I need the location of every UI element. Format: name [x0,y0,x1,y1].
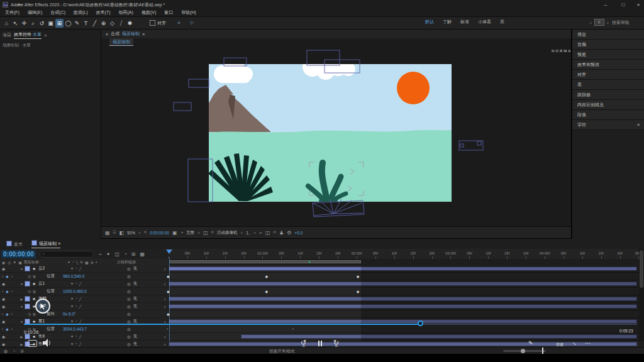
graph-editor-icon[interactable]: ▦ [140,251,145,257]
pickwhip-icon[interactable]: ◎ [127,289,131,294]
current-time-display[interactable]: 0:00:00:00 [1,250,36,258]
property-row-旋转[interactable]: ‹◆›◷⊵旋转0x-5.0°◎ [0,310,169,318]
menu-item-4[interactable]: 效果(T) [96,9,111,16]
parent-value[interactable]: 无 [133,341,138,347]
parent-link-dropdown[interactable]: ◎无∨ [127,341,166,347]
switch-icon-0[interactable]: ♦ [71,334,73,339]
stopwatch-icon[interactable]: ◷ [28,274,31,278]
timeline-scrollbar[interactable] [639,249,644,341]
graph-icon[interactable]: ⊵ [33,312,36,316]
pen-tool-icon[interactable]: ✎ [73,19,81,28]
grid-options-icon[interactable]: ⊹ [189,19,194,26]
switch-icon-0[interactable]: ♦ [71,304,73,309]
track-row-5[interactable] [169,303,639,310]
keyframe-icon[interactable]: ◆ [265,274,268,278]
expand-caret-icon[interactable]: ▶ [19,297,25,301]
property-value[interactable]: 960.0,540.0 [63,274,84,278]
av-switches[interactable]: ◉ [0,266,19,271]
close-button[interactable]: × [631,1,644,8]
pixel-aspect-icon[interactable]: ⌁ [259,230,262,236]
type-tool-icon[interactable]: T [82,19,90,28]
pickwhip-icon[interactable]: ◎ [127,266,131,272]
property-row-位置[interactable]: ‹◆›◷⊵位置960.0,540.0◎ [0,273,169,280]
stopwatch-icon[interactable]: ◷ [28,289,31,293]
panel-header-内容识别填充[interactable]: 内容识别填充 [572,100,644,110]
player-pause-button[interactable] [318,341,322,346]
show-snapshot-icon[interactable]: ◔ [180,230,183,236]
menu-item-7[interactable]: 窗口 [164,9,173,16]
tab-effect-controls[interactable]: 效果控件 水草 [14,31,42,39]
prev-keyframe-icon[interactable]: ‹ [2,312,3,316]
layer-name[interactable]: 云1 [38,281,71,287]
timeline-tab-scene[interactable]: 场景绘制 ≡ [31,240,60,248]
layer-switches[interactable]: ♦◔╱ [71,334,81,339]
menu-item-3[interactable]: 图层(L) [74,9,88,16]
stopwatch-icon[interactable]: ◷ [28,312,31,316]
layer-switches[interactable]: ♦◔╱ [71,297,81,301]
zoom-slider-knob[interactable] [521,349,525,353]
expand-caret-icon[interactable]: ▶ [19,335,25,339]
keyframe-icon[interactable]: ◆ [265,289,268,293]
player-more-button[interactable]: ⋯ [585,340,591,346]
panel-menu-icon[interactable]: ≡ [58,241,60,246]
pan-behind-tool-icon[interactable]: ⊞ [55,19,64,28]
selection-tool-icon[interactable]: ↖ [11,19,19,28]
parent-value[interactable]: 无 [133,281,138,287]
player-forward-30-button[interactable]: ↻30 [333,339,339,348]
switch-icon-0[interactable]: ♦ [71,266,73,271]
keyframe-icon[interactable]: ◆ [357,274,360,278]
column-layer-name[interactable]: 图层名称 [24,260,68,265]
next-keyframe-icon[interactable]: › [11,327,13,331]
menu-item-2[interactable]: 合成(C) [50,9,65,16]
menu-item-0[interactable]: 文件(F) [5,9,19,16]
property-name[interactable]: 位置 [47,326,63,332]
grid-guides-icon[interactable]: ⌗ [211,229,214,236]
switch-icon-1[interactable]: ◔ [75,282,77,286]
property-row-位置[interactable]: ‹◆›◷⊵位置1000.0,460.0◎ [0,288,169,295]
layer-duration-bar[interactable] [169,304,637,309]
pickwhip-icon[interactable]: ◎ [127,342,131,347]
eye-icon[interactable]: ◉ [2,282,5,286]
motion-blur-icon[interactable]: ⊞ [131,251,136,257]
primary-viewer-icon[interactable]: ⌸ [113,229,116,236]
track-row-2[interactable] [169,280,639,288]
next-keyframe-icon[interactable]: › [11,289,13,293]
eye-icon[interactable]: ◉ [2,342,5,346]
exposure-value[interactable]: +0.0 [294,231,303,235]
switch-icon-2[interactable]: ╱ [79,319,82,324]
expand-caret-icon[interactable]: ▼ [19,320,25,324]
parent-link-dropdown[interactable]: ◎无∨ [127,281,166,287]
shy-layers-icon[interactable]: ◍ [4,349,8,354]
expand-caret-icon[interactable]: ▶ [19,343,25,346]
pickwhip-icon[interactable]: ◎ [127,312,131,317]
hand-tool-icon[interactable]: ✛ [20,19,28,28]
panel-header-对齐[interactable]: 对齐 [572,70,644,80]
snap-checkbox[interactable] [150,20,155,26]
av-switches[interactable]: ◉ [0,282,19,286]
hide-shy-icon[interactable]: ◫ [114,251,119,257]
expand-caret-icon[interactable]: ▼ [19,282,25,286]
region-of-interest-icon[interactable]: ⌗ [144,229,147,236]
property-name[interactable]: 位置 [47,288,63,294]
layer-switches[interactable]: ♦◔╱ [71,282,81,286]
layer-duration-bar[interactable] [169,319,637,324]
av-switches[interactable]: ◉ [0,297,19,301]
transparency-grid-icon[interactable]: ⌗ [274,229,277,236]
av-switches[interactable]: ◉ [0,304,19,309]
layer-switches[interactable]: ♦◔╱ [71,342,81,346]
eye-icon[interactable]: ◉ [2,266,5,271]
menu-item-1[interactable]: 编辑(E) [28,9,42,16]
roi-icon[interactable]: ◫ [203,230,208,236]
timeline-tab-summer[interactable]: 夏天 [6,241,23,248]
tab-project[interactable]: 项目 [3,32,11,38]
workspace-tab-标准[interactable]: 标准 [460,19,469,25]
switch-icon-1[interactable]: ◔ [75,297,77,301]
motion-blur-bottom-icon[interactable]: ⊘ [20,349,24,354]
menu-item-6[interactable]: 视图(V) [142,9,156,16]
time-ruler[interactable]: 05f10f15f20f01:00f05f10f15f20f02:00f05f1… [169,249,639,260]
sync-settings-icon[interactable]: C [594,19,604,26]
keyframe-icon[interactable]: ◆ [357,289,360,293]
eye-icon[interactable]: ◉ [2,319,5,324]
menu-item-5[interactable]: 动画(A) [119,9,133,16]
work-area-bar[interactable] [169,260,361,263]
